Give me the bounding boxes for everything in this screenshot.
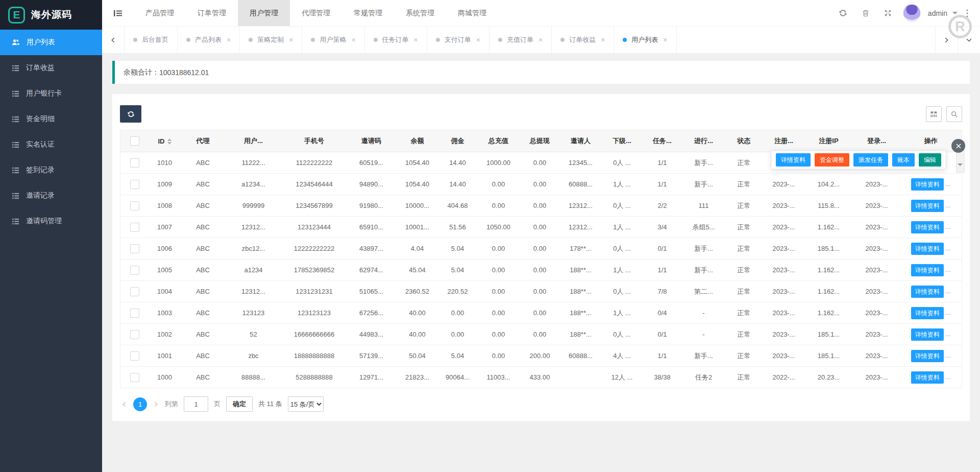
detail-button[interactable]: 详情资料 — [911, 350, 944, 362]
row-checkbox[interactable] — [130, 351, 139, 361]
columns-filter-icon[interactable] — [926, 106, 942, 122]
page-input[interactable] — [184, 396, 208, 412]
row-checkbox[interactable] — [130, 223, 139, 232]
tabs-menu-chevron-down-icon[interactable] — [958, 27, 980, 53]
more-menu-icon[interactable] — [962, 4, 973, 23]
page-size-select[interactable]: 15 条/页 — [288, 396, 324, 412]
more-actions[interactable]: ... — [945, 330, 951, 338]
row-checkbox[interactable] — [130, 244, 139, 253]
tab-close-icon[interactable]: × — [538, 36, 543, 44]
nav-item[interactable]: 商城管理 — [446, 0, 498, 26]
collapse-sidebar-icon[interactable] — [102, 9, 134, 17]
popup-action-button[interactable]: 编辑 — [919, 153, 941, 167]
tab-close-icon[interactable]: × — [601, 36, 605, 44]
row-checkbox[interactable] — [130, 373, 139, 382]
cell: 1054.40 — [396, 152, 439, 174]
user-caret-down-icon[interactable] — [952, 12, 958, 17]
more-actions[interactable]: ... — [945, 180, 951, 187]
detail-button[interactable]: 详情资料 — [911, 328, 944, 341]
prev-page-icon[interactable] — [121, 401, 128, 408]
more-actions[interactable]: ... — [945, 309, 951, 316]
detail-button[interactable]: 详情资料 — [911, 371, 944, 384]
tab[interactable]: 充值订单× — [489, 27, 552, 53]
row-checkbox[interactable] — [130, 330, 139, 339]
table-card: ID代理用户...手机号邀请码余额佣金总充值总提现邀请人下级...任务...进行… — [112, 94, 970, 421]
current-page[interactable]: 1 — [133, 397, 147, 411]
search-icon[interactable] — [946, 106, 962, 122]
fullscreen-icon[interactable] — [878, 4, 898, 23]
popup-action-button[interactable]: 详情资料 — [776, 153, 811, 167]
row-checkbox[interactable] — [130, 158, 139, 168]
nav-item[interactable]: 产品管理 — [134, 0, 186, 26]
column-header[interactable]: ID — [149, 130, 181, 152]
select-all-checkbox[interactable] — [130, 136, 139, 146]
tab[interactable]: 用户列表× — [614, 27, 676, 53]
username[interactable]: admin — [928, 9, 947, 17]
more-actions[interactable]: ... — [945, 244, 951, 252]
sidebar-item[interactable]: 实名认证 — [0, 132, 102, 157]
nav-item[interactable]: 订单管理 — [186, 0, 238, 26]
tab[interactable]: 后台首页 — [125, 27, 178, 53]
row-checkbox[interactable] — [130, 287, 139, 296]
more-actions[interactable]: ... — [945, 287, 951, 295]
popup-action-button[interactable]: 资金调整 — [815, 153, 849, 167]
detail-button[interactable]: 详情资料 — [911, 307, 944, 319]
more-actions[interactable]: ... — [945, 351, 951, 359]
tab[interactable]: 任务订单× — [365, 27, 427, 53]
refresh-icon[interactable] — [834, 4, 853, 23]
detail-button[interactable]: 详情资料 — [911, 221, 944, 233]
sidebar-item[interactable]: 订单收益 — [0, 55, 102, 81]
popup-action-button[interactable]: 账本 — [892, 153, 915, 167]
sidebar-item[interactable]: 邀请记录 — [0, 183, 102, 208]
tabs-prev-icon[interactable] — [102, 27, 125, 53]
popup-close-icon[interactable] — [951, 139, 965, 153]
tab[interactable]: 产品列表× — [178, 27, 240, 53]
sort-icon[interactable] — [167, 138, 172, 145]
cell: 2023-... — [853, 238, 900, 259]
tab-close-icon[interactable]: × — [476, 36, 480, 44]
table-row: 1004ABC12312...123123123151065...2360.52… — [120, 281, 962, 302]
more-actions[interactable]: ... — [945, 266, 951, 273]
confirm-button[interactable]: 确定 — [226, 396, 253, 412]
row-checkbox[interactable] — [130, 309, 139, 318]
more-actions[interactable]: ... — [945, 201, 951, 209]
row-checkbox[interactable] — [130, 201, 139, 210]
user-avatar[interactable] — [903, 4, 921, 22]
popup-caret-down-icon[interactable] — [958, 163, 963, 169]
more-actions[interactable]: ... — [945, 223, 951, 230]
cell: 1001 — [149, 345, 181, 367]
tab[interactable]: 策略定制× — [240, 27, 302, 53]
detail-button[interactable]: 详情资料 — [911, 178, 944, 191]
tab-close-icon[interactable]: × — [289, 36, 293, 44]
sidebar-item[interactable]: 邀请码管理 — [0, 208, 102, 234]
nav-item[interactable]: 系统管理 — [394, 0, 446, 26]
tab-close-icon[interactable]: × — [414, 36, 418, 44]
detail-button[interactable]: 详情资料 — [911, 264, 944, 276]
detail-button[interactable]: 详情资料 — [911, 200, 944, 212]
sidebar-item[interactable]: 资金明细 — [0, 106, 102, 132]
row-checkbox[interactable] — [130, 266, 139, 275]
sidebar-item[interactable]: 用户列表 — [0, 30, 102, 55]
trash-icon[interactable] — [856, 4, 875, 23]
row-checkbox[interactable] — [130, 180, 139, 189]
sidebar-item[interactable]: 签到记录 — [0, 157, 102, 183]
nav-item[interactable]: 用户管理 — [238, 0, 290, 26]
cell: 0.00 — [439, 324, 477, 345]
tab[interactable]: 支付订单× — [427, 27, 489, 53]
next-page-icon[interactable] — [153, 401, 159, 408]
tab-close-icon[interactable]: × — [351, 36, 355, 44]
nav-item[interactable]: 常规管理 — [342, 0, 394, 26]
detail-button[interactable]: 详情资料 — [911, 243, 944, 255]
tab-close-icon[interactable]: × — [663, 36, 667, 44]
more-actions[interactable]: ... — [945, 373, 951, 381]
tab[interactable]: 用户策略× — [302, 27, 364, 53]
table-refresh-button[interactable] — [120, 105, 141, 123]
popup-action-button[interactable]: 派发任务 — [853, 153, 888, 167]
tabs-next-icon[interactable] — [935, 27, 958, 53]
sidebar-item[interactable]: 用户银行卡 — [0, 81, 102, 106]
tab[interactable]: 订单收益× — [552, 27, 614, 53]
nav-item[interactable]: 代理管理 — [290, 0, 342, 26]
cell: 12312... — [226, 217, 282, 238]
tab-close-icon[interactable]: × — [227, 36, 231, 44]
detail-button[interactable]: 详情资料 — [911, 286, 944, 298]
